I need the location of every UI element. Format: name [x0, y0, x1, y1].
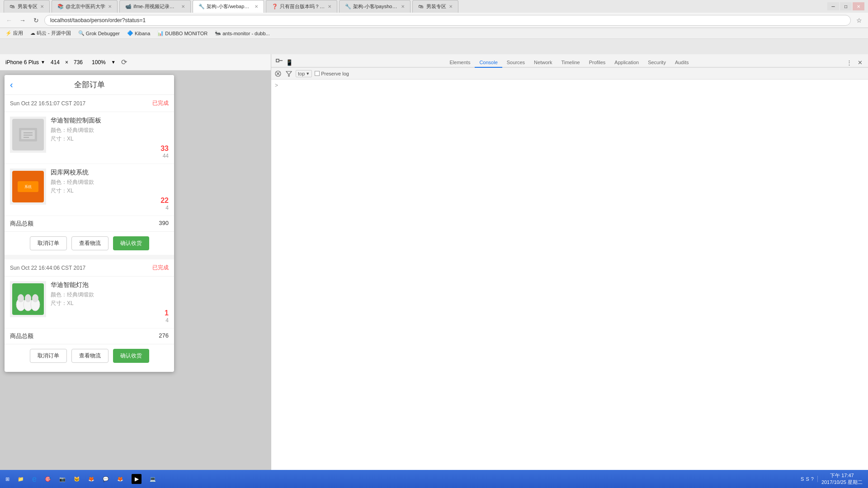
back-button[interactable]: ← — [4, 15, 14, 26]
devtools-tab-network[interactable]: Network — [529, 58, 557, 68]
svg-rect-3 — [24, 135, 33, 136]
tab-close-icon[interactable]: ✕ — [181, 4, 185, 9]
back-icon[interactable]: ‹ — [10, 80, 13, 90]
svg-point-10 — [25, 294, 31, 302]
order-actions: 取消订单 查看物流 确认收货 — [5, 232, 174, 255]
phone-screen: ‹ 全部订单 Sun Oct 22 16:51:07 CST 2017已完成 华… — [5, 75, 174, 372]
taskbar-chrome[interactable]: 🦊 — [85, 471, 98, 487]
tab-close-icon[interactable]: ✕ — [108, 4, 112, 9]
orientation-icon[interactable]: ⟳ — [121, 58, 127, 66]
preserve-log-label[interactable]: Preserve log — [315, 71, 349, 76]
item-size: 尺寸：XL — [51, 187, 169, 195]
devtools-close-icon[interactable]: ✕ — [855, 58, 864, 67]
device-bar: iPhone 6 Plus ▼ 414 × 736 100% ▼ ⟳ — [0, 54, 271, 70]
browser-tab-t2[interactable]: 📚@北京中医药大学✕ — [52, 0, 118, 13]
devtools-tab-sources[interactable]: Sources — [502, 58, 529, 68]
taskbar-app7[interactable]: 🦊 — [113, 471, 127, 487]
title-bar: 🛍男装专区✕📚@北京中医药大学✕📹ifme-用视频记录你的生✕🔧架构-小客/we… — [0, 0, 868, 13]
taskbar-tomcat[interactable]: 🐱 — [70, 471, 84, 487]
cancel-order-button[interactable]: 取消订单 — [30, 236, 67, 250]
item-image-container — [10, 281, 46, 317]
tab-strip: 🛍男装专区✕📚@北京中医药大学✕📹ifme-用视频记录你的生✕🔧架构-小客/we… — [4, 0, 824, 13]
tab-title: ifme-用视频记录你的生 — [133, 3, 179, 10]
taskbar-wechat[interactable]: 💬 — [99, 471, 113, 487]
bookmark-应用[interactable]: ⚡应用 — [4, 29, 25, 38]
browser-tab-t1[interactable]: 🛍男装专区✕ — [4, 0, 50, 13]
devtools-tab-console[interactable]: Console — [475, 58, 502, 68]
devtools-tab-application[interactable]: Application — [610, 58, 643, 68]
browser-tab-t5[interactable]: ❓只有苗台版本吗？- Iss...✕ — [266, 0, 337, 13]
maximize-button[interactable]: □ — [840, 2, 852, 10]
bookmark-icon: 📊 — [157, 30, 164, 36]
bookmark-icon: 🔍 — [78, 30, 85, 36]
item-name: 因库网校系统 — [51, 169, 169, 177]
item-price: 33 — [51, 145, 169, 153]
taskbar-terminal[interactable]: ▶ — [128, 471, 145, 487]
close-button[interactable]: ✕ — [853, 2, 864, 10]
bookmark-ants-monitor---dubb...[interactable]: 🐜ants-monitor - dubb... — [213, 29, 272, 37]
taskbar: ⊞ 📁 e 🎯 📷 🐱 🦊 💬 🦊 ▶ 💻 S S ? 下午 17:47 201… — [0, 470, 868, 488]
device-height: 736 — [74, 59, 83, 66]
tab-title: 架构-小客/payshop - 爬... — [353, 3, 398, 10]
taskbar-intellij[interactable]: 🎯 — [41, 471, 55, 487]
track-order-button[interactable]: 查看物流 — [71, 349, 108, 363]
order-item-0-1: 系统 因库网校系统 颜色：经典绸缎款 尺寸：XL 22 4 — [5, 164, 174, 216]
confirm-receipt-button[interactable]: 确认收货 — [113, 349, 149, 363]
svg-text:系统: 系统 — [24, 185, 32, 189]
devtools-tab-profiles[interactable]: Profiles — [585, 58, 610, 68]
top-filter-label: top — [298, 71, 305, 76]
devtools-mobile-icon[interactable]: 📱 — [285, 58, 294, 67]
tab-favicon: 🛍 — [418, 4, 425, 10]
taskbar-capture[interactable]: 📷 — [56, 471, 69, 487]
item-info: 因库网校系统 颜色：经典绸缎款 尺寸：XL 22 4 — [51, 169, 169, 211]
devtools-inspect-icon[interactable] — [275, 58, 284, 67]
tab-close-icon[interactable]: ✕ — [401, 4, 405, 9]
tab-close-icon[interactable]: ✕ — [328, 4, 331, 9]
order-list: Sun Oct 22 16:51:07 CST 2017已完成 华迪智能控制面板… — [5, 95, 174, 367]
devtools-tab-elements[interactable]: Elements — [445, 58, 475, 68]
bookmark-kibana[interactable]: 🔷Kibana — [125, 29, 152, 37]
start-button[interactable]: ⊞ — [2, 471, 13, 487]
devtools-tab-audits[interactable]: Audits — [670, 58, 693, 68]
track-order-button[interactable]: 查看物流 — [71, 236, 108, 250]
tab-title: 只有苗台版本吗？- Iss... — [280, 3, 325, 10]
item-image-container: 系统 — [10, 169, 46, 205]
clear-console-button[interactable] — [274, 70, 282, 78]
log-level-dropdown[interactable]: top ▼ — [296, 70, 312, 77]
bookmark-码云---开源中国[interactable]: ☁码云 - 开源中国 — [28, 29, 73, 38]
minimize-button[interactable]: ─ — [827, 2, 839, 10]
console-output-area: > — [271, 80, 868, 488]
mobile-view-panel: iPhone 6 Plus ▼ 414 × 736 100% ▼ ⟳ ‹ 全部订… — [0, 54, 271, 488]
order-item-1-0: 华迪智能灯泡 颜色：经典绸缎款 尺寸：XL 1 4 — [5, 277, 174, 328]
tab-close-icon[interactable]: ✕ — [255, 4, 258, 9]
tab-favicon: ❓ — [272, 4, 278, 10]
browser-tab-t7[interactable]: 🛍男装专区✕ — [412, 0, 458, 13]
window-controls: ─ □ ✕ — [827, 2, 864, 10]
browser-tab-t6[interactable]: 🔧架构-小客/payshop - 爬...✕ — [339, 0, 410, 13]
bookmark-button[interactable]: ☆ — [854, 15, 864, 26]
taskbar-folder[interactable]: 📁 — [14, 471, 28, 487]
devtools-tab-timeline[interactable]: Timeline — [557, 58, 584, 68]
confirm-receipt-button[interactable]: 确认收货 — [113, 236, 149, 250]
forward-button[interactable]: → — [17, 15, 28, 26]
devtools-more-icon[interactable]: ⋮ — [844, 58, 854, 67]
bookmark-dubbo-monitor[interactable]: 📊DUBBO MONITOR — [156, 29, 209, 37]
filter-icon[interactable] — [285, 70, 293, 78]
bookmark-grok-debugger[interactable]: 🔍Grok Debugger — [76, 29, 122, 37]
tab-close-icon[interactable]: ✕ — [40, 4, 44, 9]
address-bar[interactable]: localhost/taobao/person/order?status=1 — [44, 15, 851, 26]
app7-icon: 🦊 — [117, 476, 123, 482]
tab-close-icon[interactable]: ✕ — [449, 4, 453, 9]
devtools-tab-security[interactable]: Security — [643, 58, 670, 68]
app9-icon: 💻 — [150, 476, 156, 482]
cancel-order-button[interactable]: 取消订单 — [30, 349, 67, 363]
browser-tab-t3[interactable]: 📹ifme-用视频记录你的生✕ — [119, 0, 191, 13]
taskbar-ie[interactable]: e — [28, 471, 40, 487]
preserve-log-checkbox[interactable] — [315, 71, 320, 76]
refresh-button[interactable]: ↻ — [31, 15, 42, 26]
bookmark-icon: ⚡ — [5, 30, 12, 36]
taskbar-app9[interactable]: 💻 — [146, 471, 160, 487]
browser-tab-t4[interactable]: 🔧架构-小客/webappcha...✕ — [193, 0, 264, 13]
device-selector[interactable]: iPhone 6 Plus ▼ — [5, 59, 45, 66]
svg-point-12 — [32, 294, 38, 302]
